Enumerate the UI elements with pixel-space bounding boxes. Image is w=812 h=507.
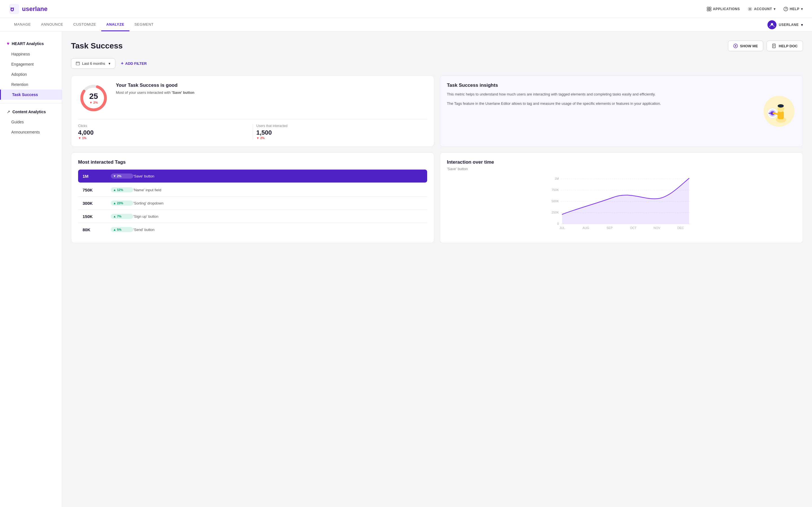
add-filter-plus: + <box>121 61 123 66</box>
content-analytics-header[interactable]: ↗ Content Analytics <box>0 107 62 117</box>
date-filter-button[interactable]: Last 6 months ▾ <box>71 58 115 69</box>
svg-text:AUG: AUG <box>582 226 589 230</box>
sidebar-item-announcements[interactable]: Announcements <box>0 127 62 137</box>
svg-text:250K: 250K <box>552 211 559 214</box>
heart-icon: ♥ <box>7 41 10 46</box>
illustration-svg <box>766 99 792 124</box>
top-bar: ʊ userlane APPLICATIONS ACCOUNT ▾ ? HELP… <box>0 0 812 18</box>
stat-clicks: Clicks 4,000 ▼ 1% <box>78 124 253 140</box>
svg-rect-5 <box>709 9 711 11</box>
score-card-inner: 25 ▼ 2% Your Task Success is good Most o… <box>78 82 427 114</box>
svg-text:OCT: OCT <box>630 226 637 230</box>
tag-row-0[interactable]: 1M ▼ 2% 'Save' button <box>78 170 427 183</box>
avatar-icon <box>769 22 775 27</box>
svg-text:750K: 750K <box>552 188 559 191</box>
user-name: USERLANE <box>779 23 799 27</box>
trend-icon: ↗ <box>7 110 10 114</box>
tab-segment[interactable]: SEGMENT <box>130 18 159 31</box>
show-me-icon <box>733 44 738 48</box>
layout: ♥ HEART Analytics Happiness Engagement A… <box>0 32 812 507</box>
page-actions: SHOW ME HELP DOC <box>728 41 803 51</box>
user-chevron: ▾ <box>801 22 803 27</box>
sidebar-item-guides[interactable]: Guides <box>0 117 62 127</box>
filters-bar: Last 6 months ▾ + ADD FILTER <box>71 58 803 69</box>
account-chevron: ▾ <box>774 7 776 11</box>
svg-text:?: ? <box>785 8 787 11</box>
svg-text:DEC: DEC <box>677 226 684 230</box>
score-info: Your Task Success is good Most of your u… <box>116 82 427 95</box>
user-badge[interactable]: USERLANE ▾ <box>767 20 803 29</box>
tab-analyze[interactable]: ANALYZE <box>101 18 130 31</box>
date-filter-chevron: ▾ <box>109 61 110 66</box>
svg-point-6 <box>749 8 751 10</box>
svg-text:0: 0 <box>557 222 559 225</box>
logo-icon: ʊ <box>9 4 19 14</box>
chart-card: Interaction over time 'Save' button 1M 7… <box>440 152 803 243</box>
sidebar-item-adoption[interactable]: Adoption <box>0 69 62 79</box>
tag-row-1[interactable]: 750K ▲ 12% 'Name' input field <box>78 183 427 196</box>
show-me-button[interactable]: SHOW ME <box>728 41 763 51</box>
heart-section: ♥ HEART Analytics Happiness Engagement A… <box>0 38 62 100</box>
content-section: ↗ Content Analytics Guides Announcements <box>0 107 62 137</box>
sidebar-item-task-success[interactable]: Task Success <box>0 90 62 100</box>
help-nav[interactable]: ? HELP ▾ <box>783 7 803 11</box>
help-chevron: ▾ <box>801 7 803 11</box>
score-label: 25 ▼ 2% <box>89 92 98 104</box>
applications-nav[interactable]: APPLICATIONS <box>707 7 740 11</box>
svg-text:ʊ: ʊ <box>10 6 14 13</box>
chart-svg: 1M 750K 500K 250K 0 <box>447 175 796 232</box>
score-gauge: 25 ▼ 2% <box>78 82 109 114</box>
svg-rect-4 <box>707 9 709 11</box>
cards-row-2: Most interacted Tags 1M ▼ 2% 'Save' butt… <box>71 152 803 243</box>
insights-content: Task Success insights This metric helps … <box>447 82 756 140</box>
tag-row-4[interactable]: 80K ▲ 5% 'Send' button <box>78 223 427 236</box>
sidebar: ♥ HEART Analytics Happiness Engagement A… <box>0 32 62 507</box>
illustration-circle <box>763 96 795 127</box>
logo[interactable]: ʊ userlane <box>9 4 48 14</box>
page-title: Task Success <box>71 41 123 50</box>
svg-marker-11 <box>735 45 737 47</box>
svg-point-25 <box>777 104 784 108</box>
svg-text:SEP: SEP <box>606 226 613 230</box>
page-header: Task Success SHOW ME HEL <box>71 41 803 51</box>
sidebar-item-retention[interactable]: Retention <box>0 79 62 90</box>
svg-text:NOV: NOV <box>654 226 661 230</box>
logo-text: userlane <box>22 5 48 13</box>
tag-row-2[interactable]: 300K ▲ 23% 'Sorting' dropdown <box>78 196 427 210</box>
second-bar: MANAGE ANNOUNCE CUSTOMIZE ANALYZE SEGMEN… <box>0 18 812 32</box>
sidebar-item-happiness[interactable]: Happiness <box>0 49 62 59</box>
heart-analytics-header[interactable]: ♥ HEART Analytics <box>0 38 62 49</box>
chart-area: 1M 750K 500K 250K 0 <box>447 175 796 232</box>
top-nav-right: APPLICATIONS ACCOUNT ▾ ? HELP ▾ <box>707 7 803 11</box>
svg-rect-2 <box>707 7 709 9</box>
user-avatar <box>767 20 776 29</box>
help-doc-icon <box>772 44 776 48</box>
tag-row-3[interactable]: 150K ▲ 7% 'Sign up' button <box>78 210 427 223</box>
calendar-icon <box>76 61 80 65</box>
gear-icon <box>748 7 752 11</box>
svg-rect-23 <box>777 111 784 119</box>
score-desc: Most of your users interacted with 'Save… <box>116 91 427 95</box>
help-doc-button[interactable]: HELP DOC <box>767 41 803 51</box>
tab-manage[interactable]: MANAGE <box>9 18 36 31</box>
main-content: Task Success SHOW ME HEL <box>62 32 812 507</box>
stat-users-interacted: Users that interacted 1,500 ▼ 2% <box>253 124 427 140</box>
grid-icon <box>707 7 711 11</box>
score-card: 25 ▼ 2% Your Task Success is good Most o… <box>71 75 434 147</box>
sidebar-divider <box>0 103 62 103</box>
tags-card: Most interacted Tags 1M ▼ 2% 'Save' butt… <box>71 152 434 243</box>
svg-rect-16 <box>76 62 80 65</box>
cards-row-1: 25 ▼ 2% Your Task Success is good Most o… <box>71 75 803 147</box>
tab-customize[interactable]: CUSTOMIZE <box>68 18 101 31</box>
svg-text:1M: 1M <box>555 177 559 180</box>
insights-card: Task Success insights This metric helps … <box>440 75 803 147</box>
score-stats: Clicks 4,000 ▼ 1% Users that interacted … <box>78 119 427 140</box>
add-filter-button[interactable]: + ADD FILTER <box>120 58 148 69</box>
sidebar-item-engagement[interactable]: Engagement <box>0 59 62 69</box>
tab-announce[interactable]: ANNOUNCE <box>36 18 68 31</box>
nav-tabs: MANAGE ANNOUNCE CUSTOMIZE ANALYZE SEGMEN… <box>9 18 159 31</box>
svg-rect-3 <box>709 7 711 9</box>
account-nav[interactable]: ACCOUNT ▾ <box>748 7 776 11</box>
tags-table: 1M ▼ 2% 'Save' button 750K ▲ 12% 'Name' … <box>78 170 427 236</box>
question-icon: ? <box>783 7 788 11</box>
